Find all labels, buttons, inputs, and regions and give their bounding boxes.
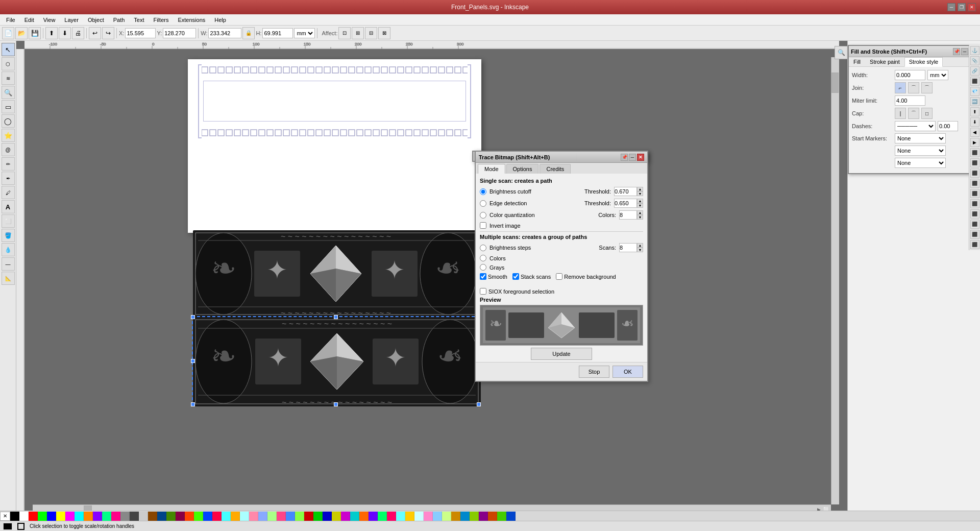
right-tool-4[interactable]: ⬛ xyxy=(970,77,979,86)
right-tool-7[interactable]: ⬆ xyxy=(970,107,979,116)
menu-text[interactable]: Text xyxy=(130,16,148,24)
save-btn[interactable]: 💾 xyxy=(29,27,41,39)
palette-color-swatch[interactable] xyxy=(222,512,231,521)
stop-button[interactable]: Stop xyxy=(579,366,609,378)
grays-radio[interactable] xyxy=(480,264,486,271)
palette-color-swatch[interactable] xyxy=(295,512,304,521)
handle-br[interactable] xyxy=(477,402,481,406)
tweak-tool[interactable]: ≋ xyxy=(2,71,15,85)
stack-scans-checkbox[interactable] xyxy=(512,273,519,280)
join-bevel-btn[interactable]: ⌒ xyxy=(921,82,933,93)
palette-color-swatch[interactable] xyxy=(424,512,433,521)
panel-minimize-btn[interactable]: ─ xyxy=(961,48,968,55)
star-tool[interactable]: ⭐ xyxy=(2,129,15,142)
threshold-up-1[interactable]: ▲ xyxy=(637,187,643,191)
restore-btn[interactable]: ❐ xyxy=(958,3,966,11)
palette-color-swatch[interactable] xyxy=(75,512,84,521)
right-tool-16[interactable]: ⬛ xyxy=(970,199,979,208)
palette-color-swatch[interactable] xyxy=(286,512,295,521)
width-unit-select[interactable]: mmpxpt xyxy=(927,70,948,80)
no-color-btn[interactable]: ✕ xyxy=(0,512,10,521)
colors-radio[interactable] xyxy=(480,255,486,261)
palette-color-swatch[interactable] xyxy=(84,512,93,521)
open-btn[interactable]: 📂 xyxy=(15,27,28,39)
dashes-offset[interactable]: 0.00 xyxy=(938,121,958,131)
right-tool-10[interactable]: ▶ xyxy=(970,138,979,147)
tab-stroke-paint[interactable]: Stroke paint xyxy=(865,57,904,66)
start-markers-select[interactable]: None xyxy=(895,133,946,143)
lock-ratio-btn[interactable]: 🔒 xyxy=(242,27,255,39)
dropper-tool[interactable]: 💧 xyxy=(2,243,15,256)
join-round-btn[interactable]: ⌒ xyxy=(908,82,919,93)
threshold-up-2[interactable]: ▲ xyxy=(637,199,643,203)
connector-tool[interactable]: — xyxy=(2,257,15,271)
rect-tool[interactable]: ▭ xyxy=(2,100,15,113)
print-btn[interactable]: 🖨 xyxy=(72,27,84,39)
unit-select[interactable]: mmpxincm xyxy=(294,28,315,38)
palette-color-swatch[interactable] xyxy=(470,512,479,521)
color-quantization-radio[interactable] xyxy=(480,212,486,219)
palette-color-swatch[interactable] xyxy=(378,512,387,521)
right-tool-11[interactable]: ⬛ xyxy=(970,148,979,157)
right-tool-3[interactable]: 🔗 xyxy=(970,66,979,76)
menu-help[interactable]: Help xyxy=(210,16,230,24)
palette-color-swatch[interactable] xyxy=(166,512,176,521)
palette-color-swatch[interactable] xyxy=(203,512,212,521)
undo-btn[interactable]: ↩ xyxy=(89,27,101,39)
palette-color-swatch[interactable] xyxy=(350,512,359,521)
scans-input[interactable]: 8 xyxy=(619,243,637,252)
affect-btn3[interactable]: ⊟ xyxy=(365,27,377,39)
palette-color-swatch[interactable] xyxy=(249,512,258,521)
palette-color-swatch[interactable] xyxy=(258,512,267,521)
minimize-btn[interactable]: ─ xyxy=(947,3,955,11)
ok-button[interactable]: OK xyxy=(612,366,643,378)
dashes-select[interactable]: ───── - - - · · · xyxy=(895,121,936,131)
affect-btn4[interactable]: ⊠ xyxy=(378,27,390,39)
brightness-cutoff-radio[interactable] xyxy=(480,188,486,195)
palette-color-swatch[interactable] xyxy=(185,512,194,521)
right-tool-13[interactable]: ⬛ xyxy=(970,168,979,178)
palette-color-swatch[interactable] xyxy=(194,512,203,521)
palette-color-swatch[interactable] xyxy=(277,512,286,521)
palette-color-swatch[interactable] xyxy=(369,512,378,521)
palette-color-swatch[interactable] xyxy=(10,512,19,521)
cap-square-btn[interactable]: □ xyxy=(921,108,933,119)
palette-color-swatch[interactable] xyxy=(341,512,350,521)
scroll-thumb-v[interactable] xyxy=(831,73,839,93)
palette-color-swatch[interactable] xyxy=(488,512,497,521)
pencil-tool[interactable]: ✏ xyxy=(2,157,15,171)
handle-tl[interactable] xyxy=(191,315,195,319)
cap-round-btn[interactable]: ⌒ xyxy=(908,108,919,119)
trace-close-btn[interactable]: ✕ xyxy=(637,154,644,161)
panel-pin-btn[interactable]: 📌 xyxy=(953,48,960,55)
palette-color-swatch[interactable] xyxy=(231,512,240,521)
handle-bl[interactable] xyxy=(191,402,195,406)
palette-color-swatch[interactable] xyxy=(120,512,130,521)
right-tool-5[interactable]: 💎 xyxy=(970,87,979,96)
cap-butt-btn[interactable]: | xyxy=(895,108,906,119)
w-input[interactable]: 233.342 xyxy=(208,28,241,38)
right-tool-20[interactable]: ⬛ xyxy=(970,240,979,249)
canvas-area[interactable]: -100 -50 0 50 100 150 200 250 30 xyxy=(16,41,847,521)
update-button[interactable]: Update xyxy=(531,348,592,360)
palette-color-swatch[interactable] xyxy=(38,512,47,521)
menu-view[interactable]: View xyxy=(39,16,60,24)
affect-btn1[interactable]: ⊡ xyxy=(338,27,351,39)
node-tool[interactable]: ⬡ xyxy=(2,57,15,70)
menu-filters[interactable]: Filters xyxy=(150,16,173,24)
colors-input[interactable]: 8 xyxy=(619,210,637,220)
palette-color-swatch[interactable] xyxy=(212,512,222,521)
palette-color-swatch[interactable] xyxy=(267,512,277,521)
palette-color-swatch[interactable] xyxy=(497,512,506,521)
gradient-tool[interactable]: ⬜ xyxy=(2,214,15,228)
right-tool-18[interactable]: ⬛ xyxy=(970,220,979,229)
threshold-down-2[interactable]: ▼ xyxy=(637,203,643,208)
palette-color-swatch[interactable] xyxy=(414,512,424,521)
palette-color-swatch[interactable] xyxy=(442,512,451,521)
scans-down[interactable]: ▼ xyxy=(637,248,643,252)
threshold-down-1[interactable]: ▼ xyxy=(637,191,643,196)
handle-tm[interactable] xyxy=(334,315,338,319)
handle-bm[interactable] xyxy=(334,402,338,406)
menu-layer[interactable]: Layer xyxy=(60,16,83,24)
palette-color-swatch[interactable] xyxy=(332,512,341,521)
